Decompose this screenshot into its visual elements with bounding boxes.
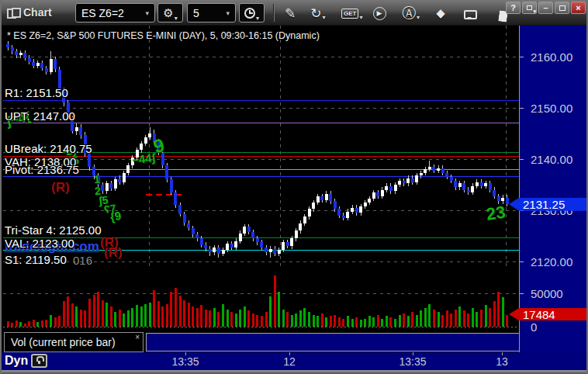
volume-bar xyxy=(136,305,138,327)
price-axis[interactable]: 2160.002150.002140.002130.002120.002131.… xyxy=(519,26,588,352)
replay-button[interactable]: ▶ xyxy=(372,5,387,21)
candle xyxy=(247,227,251,232)
volume-bar xyxy=(205,310,207,327)
candle xyxy=(398,181,401,185)
volume-study-tab-label: Vol (current price bar) xyxy=(11,336,116,348)
candle xyxy=(174,192,177,206)
draw-tool-button[interactable]: ✎ xyxy=(282,5,298,21)
level-label: S1: 2119.50 xyxy=(5,253,67,266)
candle xyxy=(256,238,259,242)
volume-bar xyxy=(153,290,155,327)
volume-bar xyxy=(355,317,358,327)
candle xyxy=(165,165,168,179)
navigate-button[interactable]: ◆ xyxy=(433,5,448,21)
diamond-icon: ◆ xyxy=(436,6,445,20)
volume-gridline xyxy=(3,293,518,294)
volume-bar xyxy=(67,296,69,327)
level-line xyxy=(3,156,519,157)
volume-bar xyxy=(325,317,327,327)
minimize-button[interactable]: – xyxy=(538,2,553,14)
speech-bubble-icon xyxy=(464,10,477,19)
volume-bar xyxy=(196,308,199,327)
gear-icon: ⚙ xyxy=(163,6,173,20)
volume-bar xyxy=(458,306,461,327)
level-label: R1: 2151.50 xyxy=(5,86,68,99)
symbol-settings-button[interactable]: ⚙ ▾ xyxy=(157,3,183,23)
volume-bar xyxy=(269,296,272,327)
volume-bar xyxy=(455,310,457,327)
volume-bar xyxy=(252,313,254,327)
candle xyxy=(471,186,474,192)
candle xyxy=(299,223,302,231)
volume-bar xyxy=(63,301,65,327)
volume-bar xyxy=(334,315,336,327)
toolbar-separator xyxy=(273,4,275,22)
time-axis-label: 13 xyxy=(496,355,508,368)
level-label: UBreak: 2140.75 xyxy=(5,142,92,155)
close-icon: × xyxy=(576,4,580,12)
candle xyxy=(19,53,22,55)
level-label: Tri-Star 4: 2125.00 xyxy=(5,223,102,237)
price-axis-label: 2160.00 xyxy=(531,50,572,64)
volume-bar xyxy=(97,292,99,327)
candle xyxy=(200,238,203,244)
candle xyxy=(251,232,254,238)
volume-bar xyxy=(338,317,341,327)
chevron-down-icon: ▾ xyxy=(139,9,149,17)
price-gridline xyxy=(3,210,518,211)
volume-bar xyxy=(235,313,237,327)
volume-bar xyxy=(476,312,478,327)
volume-bar xyxy=(123,313,125,327)
volume-bar xyxy=(420,310,422,327)
volume-bar xyxy=(80,310,82,327)
candle xyxy=(454,181,457,187)
reload-data-button[interactable]: ↻ ▾ xyxy=(310,5,326,21)
symbol-combo[interactable]: ES Z6=2 ▾ xyxy=(75,3,155,23)
last-volume-marker: 17484 xyxy=(509,308,588,320)
volume-study-tab[interactable]: Vol (current price bar) × xyxy=(4,332,144,352)
volume-bar xyxy=(71,303,74,327)
candle xyxy=(282,242,285,250)
candle xyxy=(334,201,337,209)
candle xyxy=(209,249,212,253)
get-data-button[interactable]: GET ▾ xyxy=(341,5,362,21)
volume-bar xyxy=(19,322,22,327)
auto-trade-button[interactable]: Ⓐ ▾ xyxy=(402,5,420,21)
volume-bar xyxy=(493,301,496,327)
chevron-down-icon: ▾ xyxy=(220,9,230,17)
close-icon[interactable]: × xyxy=(135,334,140,341)
candle xyxy=(372,192,375,199)
volume-bar xyxy=(54,317,57,327)
volume-bar xyxy=(463,310,465,327)
volume-bar xyxy=(131,308,133,327)
candle xyxy=(15,51,18,55)
candle xyxy=(79,127,82,135)
time-settings-button[interactable]: ▾ xyxy=(239,3,265,23)
candle xyxy=(204,245,207,249)
lock-icon[interactable] xyxy=(31,354,47,368)
volume-bar xyxy=(411,312,413,327)
time-axis[interactable]: Dyn 13:351213:3513 xyxy=(2,352,588,370)
candle xyxy=(213,248,216,253)
close-button[interactable]: × xyxy=(571,2,586,14)
level-line xyxy=(3,237,519,238)
volume-bar xyxy=(33,320,35,327)
maximize-button[interactable] xyxy=(555,2,569,14)
candle xyxy=(308,209,311,216)
candle xyxy=(36,63,40,65)
candle xyxy=(303,216,306,223)
chevron-down-icon: ▾ xyxy=(359,14,362,21)
volume-bar xyxy=(330,316,332,327)
volume-bar xyxy=(110,306,112,327)
candle xyxy=(450,177,453,181)
candle xyxy=(118,179,121,182)
pin-window-button[interactable] xyxy=(522,2,537,14)
candle xyxy=(183,214,186,223)
chat-button[interactable] xyxy=(462,7,478,23)
help-button[interactable]: ? xyxy=(506,2,521,14)
candle xyxy=(140,144,143,150)
candle xyxy=(342,216,345,218)
chart-header-text: * ES Z6=2, S&P 500 FUTURES E-MINI (DAY),… xyxy=(7,30,320,41)
volume-bar xyxy=(364,319,366,327)
interval-combo[interactable]: 5 ▾ xyxy=(187,3,236,23)
